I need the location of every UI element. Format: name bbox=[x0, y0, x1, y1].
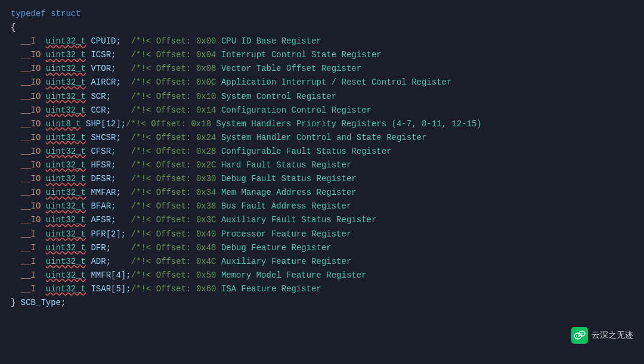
code-line-17: __I uint32_t MMFR[4];/*!< Offset: 0x50 M… bbox=[11, 269, 633, 282]
code-line-10: __IO uint32_t DFSR; /*!< Offset: 0x30 De… bbox=[11, 172, 633, 186]
code-line-16: __I uint32_t ADR; /*!< Offset: 0x4C Auxi… bbox=[11, 255, 633, 269]
code-line-1: __IO uint32_t ICSR; /*!< Offset: 0x04 In… bbox=[11, 48, 633, 62]
code-line-7: __IO uint32_t SHCSR; /*!< Offset: 0x24 S… bbox=[11, 131, 633, 145]
code-line-9: __IO uint32_t HFSR; /*!< Offset: 0x2C Ha… bbox=[11, 158, 633, 172]
code-line-5: __IO uint32_t CCR; /*!< Offset: 0x14 Con… bbox=[11, 104, 633, 117]
code-line-13: __IO uint32_t AFSR; /*!< Offset: 0x3C Au… bbox=[11, 213, 633, 227]
wechat-icon bbox=[571, 327, 588, 344]
svg-point-2 bbox=[578, 335, 580, 337]
code-line-8: __IO uint32_t CFSR; /*!< Offset: 0x28 Co… bbox=[11, 145, 633, 158]
svg-point-5 bbox=[583, 333, 584, 334]
code-rows: __I uint32_t CPUID; /*!< Offset: 0x00 CP… bbox=[11, 35, 633, 296]
code-line-18: __I uint32_t ISAR[5];/*!< Offset: 0x60 I… bbox=[11, 282, 633, 296]
svg-point-4 bbox=[581, 333, 582, 334]
code-line-open-brace: { bbox=[11, 21, 633, 35]
code-line-close: } SCB_Type; bbox=[11, 296, 633, 310]
svg-point-1 bbox=[576, 335, 577, 337]
watermark-text: 云深之无迹 bbox=[592, 330, 633, 341]
code-line-12: __IO uint32_t BFAR; /*!< Offset: 0x38 Bu… bbox=[11, 200, 633, 213]
code-line-6: __IO uint8_t SHP[12];/*!< Offset: 0x18 S… bbox=[11, 117, 633, 131]
code-line-3: __IO uint32_t AIRCR; /*!< Offset: 0x0C A… bbox=[11, 76, 633, 89]
code-line-11: __IO uint32_t MMFAR; /*!< Offset: 0x34 M… bbox=[11, 186, 633, 200]
code-line-typedef: typedef struct bbox=[11, 7, 633, 21]
code-line-0: __I uint32_t CPUID; /*!< Offset: 0x00 CP… bbox=[11, 35, 633, 48]
code-line-14: __I uint32_t PFR[2]; /*!< Offset: 0x40 P… bbox=[11, 228, 633, 241]
code-line-4: __IO uint32_t SCR; /*!< Offset: 0x10 Sys… bbox=[11, 90, 633, 104]
code-editor: typedef struct { __I uint32_t CPUID; /*!… bbox=[0, 0, 644, 317]
code-line-15: __I uint32_t DFR; /*!< Offset: 0x48 Debu… bbox=[11, 241, 633, 255]
watermark: 云深之无迹 bbox=[571, 327, 633, 344]
code-line-2: __IO uint32_t VTOR; /*!< Offset: 0x08 Ve… bbox=[11, 62, 633, 76]
